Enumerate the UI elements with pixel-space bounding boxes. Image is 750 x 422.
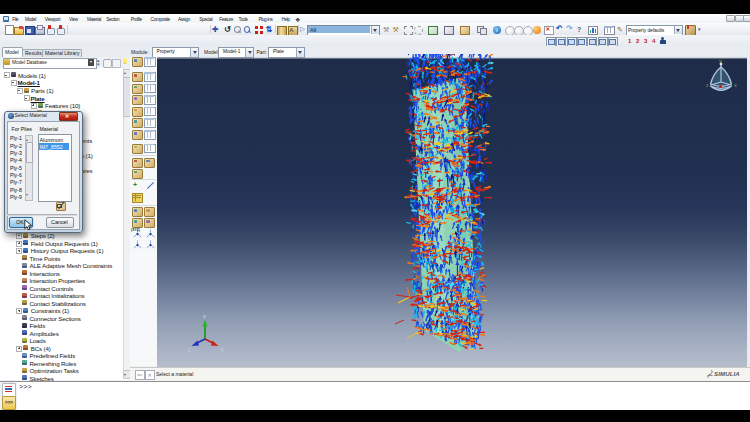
svg-text:IM7: IM7 bbox=[436, 219, 442, 223]
svg-text:Alum: Alum bbox=[456, 184, 464, 188]
svg-text:Resin: Resin bbox=[461, 292, 469, 296]
svg-text:Alum: Alum bbox=[455, 165, 463, 169]
svg-text:Resin: Resin bbox=[461, 306, 469, 310]
svg-text:Ply-4: Ply-4 bbox=[434, 308, 441, 312]
svg-text:Z: Z bbox=[188, 348, 191, 353]
svg-text:Ply-1: Ply-1 bbox=[449, 317, 456, 321]
svg-text:Ply-4: Ply-4 bbox=[462, 161, 469, 165]
svg-text:Resin: Resin bbox=[451, 241, 459, 245]
svg-text:Z: Z bbox=[706, 83, 709, 88]
svg-text:Ply-1: Ply-1 bbox=[454, 297, 461, 301]
svg-text:Y: Y bbox=[203, 315, 206, 320]
svg-text:X: X bbox=[734, 83, 737, 88]
svg-text:IM7: IM7 bbox=[471, 324, 477, 328]
svg-text:Alum: Alum bbox=[447, 140, 455, 144]
svg-text:IM7: IM7 bbox=[449, 93, 455, 97]
svg-text:Resin: Resin bbox=[422, 93, 430, 97]
svg-text:Resin: Resin bbox=[465, 233, 473, 237]
svg-text:Ply-4: Ply-4 bbox=[429, 127, 436, 131]
svg-text:Alum: Alum bbox=[466, 218, 474, 222]
svg-text:Resin: Resin bbox=[466, 134, 474, 138]
svg-text:Resin: Resin bbox=[414, 111, 422, 115]
svg-text:Y: Y bbox=[719, 60, 722, 65]
svg-text:IM7: IM7 bbox=[426, 149, 432, 153]
svg-text:Resin: Resin bbox=[473, 226, 481, 230]
svg-text:Ply-1: Ply-1 bbox=[447, 127, 454, 131]
svg-text:X: X bbox=[221, 348, 224, 353]
